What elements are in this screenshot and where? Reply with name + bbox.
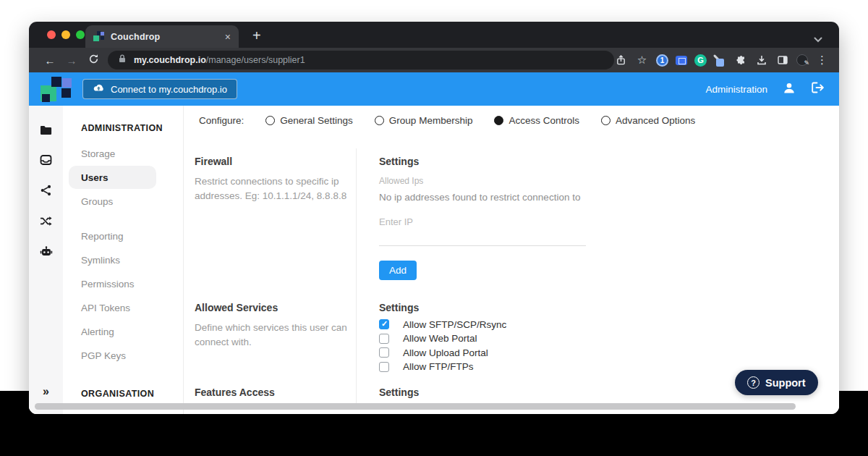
connect-button-label: Connect to my.couchdrop.io (111, 84, 227, 95)
sidebar-item[interactable]: Permissions (69, 272, 156, 295)
sidebar-item-label: Groups (81, 196, 113, 207)
radio-icon[interactable] (265, 116, 275, 125)
sidebar-section-organisation: ORGANISATION (81, 389, 183, 399)
tab-search-chevron-icon[interactable] (814, 33, 822, 46)
close-window-button[interactable] (47, 30, 56, 39)
user-icon[interactable] (783, 82, 796, 97)
sidebar-item[interactable]: Reporting (69, 224, 156, 248)
editor-extension-icon[interactable] (796, 54, 808, 66)
fullscreen-window-button[interactable] (76, 30, 85, 39)
support-button-label: Support (765, 377, 806, 389)
back-icon[interactable]: ← (39, 54, 61, 67)
sidebar-item[interactable]: Users (69, 166, 156, 189)
tab-strip: Couchdrop × + (29, 22, 839, 48)
share-nodes-icon (41, 185, 51, 196)
inbox-icon (40, 154, 52, 166)
checkbox-icon[interactable] (379, 362, 389, 372)
radio-icon[interactable] (494, 116, 503, 125)
support-button[interactable]: ? Support (735, 370, 818, 395)
configure-radio-option[interactable]: Advanced Options (601, 115, 695, 126)
close-tab-icon[interactable]: × (225, 32, 231, 42)
grammarly-extension-icon[interactable]: G (694, 54, 707, 67)
inbox-nav-item[interactable] (40, 145, 52, 175)
share-nav-item[interactable] (41, 175, 51, 206)
radio-icon[interactable] (375, 116, 384, 125)
couchdrop-logo[interactable] (41, 75, 74, 104)
allowed-services-block: Allowed Services Define which services t… (195, 302, 348, 350)
browser-toolbar: ← → my.couchdrop.io/manage/users/supplie… (29, 48, 839, 72)
url-path: /manage/users/supplier1 (206, 55, 305, 65)
files-nav-item[interactable] (40, 114, 52, 145)
sidebar-item-label: Storage (81, 148, 115, 159)
allowed-services-title: Allowed Services (195, 302, 348, 313)
enter-ip-input[interactable] (379, 214, 586, 246)
browser-menu-icon[interactable]: ⋮ (815, 54, 829, 67)
firewall-description: Restrict connections to specific ip addr… (195, 174, 348, 204)
sidebar-section-administration: ADMINISTRATION (81, 123, 183, 133)
shuffle-icon (40, 216, 52, 227)
downloads-icon[interactable] (754, 54, 768, 67)
features-access-title: Features Access (195, 387, 275, 398)
checkbox-icon[interactable] (379, 347, 389, 358)
sidebar-item[interactable]: Alerting (69, 320, 156, 343)
checkbox-icon[interactable] (379, 334, 389, 344)
sidebar-item[interactable]: Symlinks (69, 248, 156, 271)
service-checkbox-row[interactable]: Allow SFTP/SCP/Rsync (379, 319, 506, 329)
allowed-ips-empty-message: No ip addresses found to restrict connec… (379, 192, 580, 203)
window-controls (47, 30, 85, 39)
allowed-ips-label: Allowed Ips (379, 176, 423, 186)
share-icon[interactable] (614, 54, 628, 67)
configure-radio-option[interactable]: General Settings (265, 115, 353, 126)
checkbox-label: Allow Web Portal (403, 333, 477, 344)
sidebar-item[interactable]: Storage (69, 142, 156, 165)
radio-label: General Settings (280, 115, 353, 126)
sidebar-item[interactable]: PGP Keys (69, 344, 156, 367)
sidebar-item[interactable]: Groups (69, 190, 156, 213)
features-settings-title: Settings (379, 387, 419, 398)
features-access-block: Features Access (195, 387, 275, 398)
minimize-window-button[interactable] (61, 30, 70, 39)
forward-icon[interactable]: → (61, 54, 82, 67)
add-ip-button[interactable]: Add (379, 261, 417, 280)
app-header: Connect to my.couchdrop.io Administratio… (29, 72, 839, 106)
connect-button[interactable]: Connect to my.couchdrop.io (82, 79, 237, 99)
bookmark-star-icon[interactable]: ☆ (635, 54, 649, 67)
radio-icon[interactable] (601, 116, 610, 125)
sidebar-items: Storage Users Groups Reporting Symlinks … (63, 142, 183, 367)
checkbox-label: Allow SFTP/SCP/Rsync (403, 319, 506, 330)
new-tab-button[interactable]: + (252, 28, 261, 44)
bots-nav-item[interactable] (40, 236, 53, 266)
address-bar[interactable]: my.couchdrop.io/manage/users/supplier1 (108, 51, 614, 69)
folder-icon (40, 124, 52, 135)
browser-window: Couchdrop × + ← → my.couchdrop.io/manage… (29, 22, 839, 414)
automation-nav-item[interactable] (40, 206, 52, 236)
sidebar-item-label: PGP Keys (81, 350, 126, 361)
configure-radio-option[interactable]: Group Membership (375, 115, 473, 126)
administration-link[interactable]: Administration (705, 84, 767, 95)
robot-icon (40, 246, 53, 257)
configure-label: Configure: (199, 115, 244, 126)
admin-sidebar: ADMINISTRATION Storage Users Groups Repo… (63, 106, 184, 414)
checkbox-icon[interactable] (379, 319, 389, 329)
onepassword-extension-icon[interactable]: 1 (656, 54, 668, 67)
service-checkbox-row[interactable]: Allow Upload Portal (379, 347, 506, 358)
checkbox-label: Allow FTP/FTPs (403, 361, 474, 372)
sidebar-item-label: Reporting (81, 231, 124, 242)
side-panel-icon[interactable] (775, 54, 789, 67)
allowed-services-description: Define which services this user can conn… (195, 321, 348, 350)
color-picker-extension-icon[interactable] (714, 54, 726, 67)
browser-tab[interactable]: Couchdrop × (85, 25, 239, 48)
expand-rail-icon[interactable]: » (29, 385, 63, 398)
service-checkbox-row[interactable]: Allow FTP/FTPs (379, 362, 506, 372)
extensions-puzzle-icon[interactable] (733, 54, 747, 67)
checkbox-label: Allow Upload Portal (403, 347, 488, 358)
service-checkbox-list: Allow SFTP/SCP/Rsync Allow Web Portal Al… (379, 319, 506, 372)
horizontal-scrollbar[interactable] (35, 403, 796, 410)
configure-radio-option[interactable]: Access Controls (494, 115, 579, 126)
tag-extension-icon[interactable] (676, 56, 687, 65)
service-checkbox-row[interactable]: Allow Web Portal (379, 334, 506, 344)
sidebar-item[interactable]: API Tokens (69, 296, 156, 319)
firewall-title: Firewall (195, 156, 348, 167)
reload-icon[interactable] (82, 54, 104, 67)
logout-icon[interactable] (811, 82, 825, 96)
